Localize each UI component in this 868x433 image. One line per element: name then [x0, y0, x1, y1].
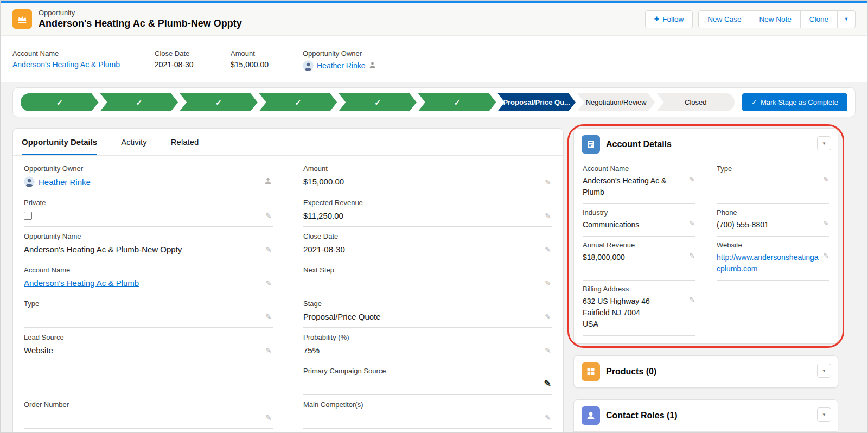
plus-icon: + — [654, 15, 659, 23]
card-title: Account Details — [606, 139, 672, 149]
record-detail-fields: Opportunity Owner Heather Rinke Amount $… — [13, 156, 563, 433]
edit-pencil-icon[interactable]: ✎ — [545, 313, 551, 321]
card-menu-button[interactable]: ▼ — [817, 407, 831, 422]
contact-roles-card: Contact Roles (1) ▼ — [573, 399, 838, 433]
private-checkbox[interactable] — [24, 212, 32, 220]
edit-pencil-icon[interactable]: ✎ — [545, 346, 551, 355]
field-primary-campaign-source: Primary Campaign Source ✎ — [303, 361, 552, 395]
record-header: Opportunity Anderson's Heating Ac & Plum… — [1, 3, 867, 82]
action-button-group: New Case New Note Clone ▼ — [698, 10, 856, 28]
edit-pencil-icon[interactable]: ✎ — [689, 252, 695, 260]
card-title: Contact Roles (1) — [606, 411, 678, 421]
edit-pencil-icon[interactable]: ✎ — [545, 245, 551, 254]
edit-pencil-icon[interactable]: ✎ — [545, 279, 551, 288]
edit-pencil-icon[interactable]: ✎ — [265, 413, 272, 422]
empty-grid-cell — [24, 361, 273, 395]
account-details-card: Account Details ▼ Account Name Anderson'… — [573, 128, 838, 344]
path-stage-closed[interactable]: Closed — [657, 93, 735, 111]
field-expected-revenue: Expected Revenue $11,250.00 ✎ — [303, 193, 552, 227]
edit-pencil-icon[interactable]: ✎ — [265, 245, 272, 254]
path-stage-completed-6[interactable]: ✓ — [418, 93, 496, 111]
account-icon — [582, 135, 600, 154]
clone-button[interactable]: Clone — [800, 10, 838, 28]
page-title: Anderson's Heating Ac & Plumb-New Oppty — [39, 18, 242, 29]
new-case-button[interactable]: New Case — [698, 10, 750, 28]
owner-link[interactable]: Heather Rinke — [317, 61, 366, 70]
account-name-link[interactable]: Anderson's Heating Ac & Plumb — [24, 278, 139, 288]
change-owner-icon[interactable] — [369, 61, 376, 70]
owner-link[interactable]: Heather Rinke — [39, 177, 91, 187]
edit-pencil-icon[interactable]: ✎ — [544, 378, 551, 389]
acct-field-billing-address: Billing Address 632 US Highway 46 Fairfi… — [583, 281, 695, 336]
path-stage-completed-2[interactable]: ✓ — [100, 93, 178, 111]
path-stage-completed-1[interactable]: ✓ — [21, 93, 99, 111]
entity-label: Opportunity — [39, 9, 242, 17]
sales-path: ✓ ✓ ✓ ✓ ✓ ✓ Proposal/Price Qu... Negotia… — [12, 87, 856, 117]
check-icon: ✓ — [751, 98, 757, 106]
edit-pencil-icon[interactable]: ✎ — [265, 346, 272, 355]
field-amount: Amount $15,000.00 ✎ — [303, 159, 552, 193]
edit-pencil-icon[interactable]: ✎ — [823, 219, 829, 227]
empty-grid-cell — [717, 281, 829, 336]
field-delivery-installation-status: Delivery/Installation Status ✎ — [303, 429, 552, 433]
edit-pencil-icon[interactable]: ✎ — [545, 212, 551, 220]
products-icon — [582, 362, 600, 381]
field-close-date: Close Date 2021-08-30 ✎ — [303, 227, 552, 260]
field-lead-source: Lead Source Website ✎ — [24, 328, 273, 361]
contact-roles-icon — [582, 406, 600, 425]
follow-button[interactable]: + Follow — [645, 10, 693, 28]
field-current-generators: Current Generator(s) ✎ — [24, 429, 273, 433]
edit-pencil-icon[interactable]: ✎ — [689, 175, 695, 183]
field-probability: Probability (%) 75% ✎ — [303, 328, 552, 361]
edit-pencil-icon[interactable]: ✎ — [545, 413, 551, 422]
mark-stage-complete-button[interactable]: ✓ Mark Stage as Complete — [742, 93, 847, 111]
field-private: Private ✎ — [24, 193, 273, 227]
edit-pencil-icon[interactable]: ✎ — [823, 175, 829, 183]
edit-pencil-icon[interactable]: ✎ — [823, 252, 829, 260]
check-icon: ✓ — [136, 98, 142, 107]
tab-opportunity-details[interactable]: Opportunity Details — [22, 129, 97, 155]
card-menu-button[interactable]: ▼ — [817, 364, 831, 378]
field-account-name: Account Name Anderson's Heating Ac & Plu… — [24, 260, 273, 294]
chevron-down-icon: ▼ — [822, 412, 826, 417]
path-stage-negotiation[interactable]: Negotiation/Review — [577, 93, 655, 111]
field-order-number: Order Number ✎ — [24, 395, 273, 429]
products-card: Products (0) ▼ — [573, 355, 838, 388]
acct-field-annual-revenue: Annual Revenue $18,000,000 ✎ — [583, 237, 695, 281]
edit-pencil-icon[interactable]: ✎ — [265, 212, 272, 220]
edit-pencil-icon[interactable]: ✎ — [689, 219, 695, 227]
summary-account-name: Account Name Anderson's Heating Ac & Plu… — [12, 49, 155, 71]
summary-opportunity-owner: Opportunity Owner Heather Rinke — [303, 49, 376, 71]
path-stage-completed-4[interactable]: ✓ — [259, 93, 337, 111]
acct-field-type: Type ✎ — [717, 160, 829, 204]
edit-pencil-icon[interactable]: ✎ — [545, 178, 551, 187]
acct-field-phone: Phone (700) 555-8801 ✎ — [717, 204, 829, 237]
website-link[interactable]: http://www.andersonsheatingacplumb.com — [717, 253, 819, 273]
field-stage: Stage Proposal/Price Quote ✎ — [303, 294, 552, 328]
opportunity-icon — [12, 9, 32, 29]
acct-field-industry: Industry Communications ✎ — [583, 204, 695, 237]
path-stage-completed-5[interactable]: ✓ — [339, 93, 417, 111]
card-title: Products (0) — [606, 367, 656, 377]
edit-pencil-icon[interactable]: ✎ — [689, 296, 695, 304]
tab-activity[interactable]: Activity — [121, 129, 147, 155]
edit-pencil-icon[interactable]: ✎ — [265, 279, 272, 288]
check-icon: ✓ — [215, 98, 222, 107]
edit-pencil-icon[interactable]: ✎ — [265, 313, 272, 321]
salesforce-opportunity-page: Opportunity Anderson's Heating Ac & Plum… — [0, 0, 868, 433]
card-menu-button[interactable]: ▼ — [817, 136, 831, 150]
field-opportunity-owner: Opportunity Owner Heather Rinke — [24, 159, 273, 193]
account-name-link[interactable]: Anderson's Heating Ac & Plumb — [12, 60, 120, 69]
highlights-panel: Account Name Anderson's Heating Ac & Plu… — [1, 36, 867, 82]
more-actions-button[interactable]: ▼ — [837, 10, 856, 28]
acct-field-account-name: Account Name Anderson's Heating Ac & Plu… — [583, 160, 695, 204]
summary-amount: Amount $15,000.00 — [231, 49, 303, 71]
owner-avatar — [24, 176, 35, 187]
path-stage-current-proposal[interactable]: Proposal/Price Qu... — [497, 93, 576, 111]
path-stage-completed-3[interactable]: ✓ — [180, 93, 258, 111]
check-icon: ✓ — [295, 98, 302, 107]
new-note-button[interactable]: New Note — [750, 10, 800, 28]
change-owner-icon[interactable] — [264, 177, 272, 187]
tab-related[interactable]: Related — [171, 129, 199, 155]
check-icon: ✓ — [374, 98, 381, 107]
